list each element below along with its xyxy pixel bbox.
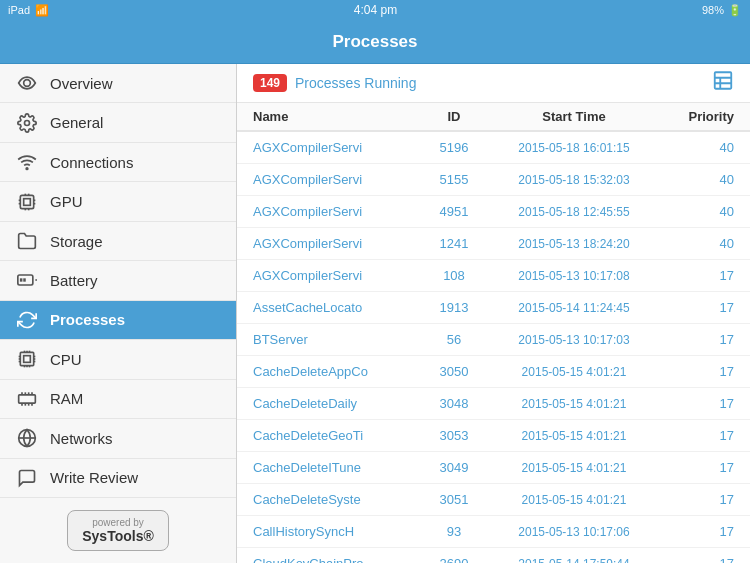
table-row[interactable]: CacheDeleteGeoTi 3053 2015-05-15 4:01:21… (237, 420, 750, 452)
battery-icon (16, 269, 38, 291)
sidebar-item-overview[interactable]: Overview (0, 64, 236, 103)
sidebar-label-gpu: GPU (50, 193, 83, 210)
table-row[interactable]: CacheDeleteSyste 3051 2015-05-15 4:01:21… (237, 484, 750, 516)
process-priority: 40 (654, 204, 734, 219)
process-id: 1913 (414, 300, 494, 315)
svg-rect-18 (24, 356, 31, 363)
app-header: Processes (0, 20, 750, 64)
sidebar-item-general[interactable]: General (0, 103, 236, 142)
process-priority: 17 (654, 524, 734, 539)
process-priority: 17 (654, 460, 734, 475)
process-name: CacheDeleteGeoTi (253, 428, 414, 443)
process-priority: 40 (654, 236, 734, 251)
cpu-icon (16, 348, 38, 370)
list-view-button[interactable] (712, 70, 734, 97)
sidebar-label-overview: Overview (50, 75, 113, 92)
table-row[interactable]: AGXCompilerServi 108 2015-05-13 10:17:08… (237, 260, 750, 292)
chip-icon (16, 191, 38, 213)
ipad-label: iPad (8, 4, 30, 16)
process-start-time: 2015-05-14 17:59:44 (494, 557, 654, 564)
eye-icon (16, 72, 38, 94)
sidebar-footer: powered by SysTools® (0, 498, 236, 563)
sidebar-label-cpu: CPU (50, 351, 82, 368)
table-row[interactable]: AssetCacheLocato 1913 2015-05-14 11:24:4… (237, 292, 750, 324)
sidebar-label-connections: Connections (50, 154, 133, 171)
wifi-icon: 📶 (35, 4, 49, 17)
process-name: CallHistorySyncH (253, 524, 414, 539)
table-row[interactable]: CacheDeleteAppCo 3050 2015-05-15 4:01:21… (237, 356, 750, 388)
process-name: CacheDeleteSyste (253, 492, 414, 507)
svg-rect-4 (24, 198, 31, 205)
status-left: iPad 📶 (8, 4, 49, 17)
process-priority: 17 (654, 492, 734, 507)
processes-count-badge: 149 (253, 74, 287, 92)
globe-icon (16, 427, 38, 449)
sidebar-item-write-review[interactable]: Write Review (0, 459, 236, 498)
process-start-time: 2015-05-15 4:01:21 (494, 397, 654, 411)
table-row[interactable]: AGXCompilerServi 5155 2015-05-18 15:32:0… (237, 164, 750, 196)
process-name: BTServer (253, 332, 414, 347)
process-start-time: 2015-05-15 4:01:21 (494, 365, 654, 379)
table-row[interactable]: CacheDeleteITune 3049 2015-05-15 4:01:21… (237, 452, 750, 484)
process-priority: 17 (654, 364, 734, 379)
process-name: AssetCacheLocato (253, 300, 414, 315)
sidebar-label-processes: Processes (50, 311, 125, 328)
sidebar-item-gpu[interactable]: GPU (0, 182, 236, 221)
sidebar-item-ram[interactable]: RAM (0, 380, 236, 419)
processes-bar: 149 Processes Running (237, 64, 750, 103)
process-id: 93 (414, 524, 494, 539)
content-area: 149 Processes Running Name ID Start Time… (237, 64, 750, 563)
process-id: 3049 (414, 460, 494, 475)
sidebar-item-battery[interactable]: Battery (0, 261, 236, 300)
powered-by-box: powered by SysTools® (67, 510, 169, 551)
process-name: CacheDeleteAppCo (253, 364, 414, 379)
process-id: 3053 (414, 428, 494, 443)
table-row[interactable]: CallHistorySyncH 93 2015-05-13 10:17:06 … (237, 516, 750, 548)
sidebar-label-general: General (50, 114, 103, 131)
process-priority: 17 (654, 332, 734, 347)
process-start-time: 2015-05-15 4:01:21 (494, 493, 654, 507)
svg-point-0 (24, 80, 31, 87)
sidebar-label-ram: RAM (50, 390, 83, 407)
table-row[interactable]: AGXCompilerServi 1241 2015-05-13 18:24:2… (237, 228, 750, 260)
table-row[interactable]: AGXCompilerServi 5196 2015-05-18 16:01:1… (237, 132, 750, 164)
process-id: 3048 (414, 396, 494, 411)
process-name: AGXCompilerServi (253, 172, 414, 187)
powered-by-text: powered by (82, 517, 154, 528)
status-bar: iPad 📶 4:04 pm 98% 🔋 (0, 0, 750, 20)
sidebar-item-processes[interactable]: Processes (0, 301, 236, 340)
process-start-time: 2015-05-13 10:17:06 (494, 525, 654, 539)
processes-running-label: Processes Running (295, 75, 416, 91)
sidebar-item-connections[interactable]: Connections (0, 143, 236, 182)
process-priority: 17 (654, 268, 734, 283)
process-id: 56 (414, 332, 494, 347)
table-row[interactable]: BTServer 56 2015-05-13 10:17:03 17 (237, 324, 750, 356)
process-id: 4951 (414, 204, 494, 219)
process-name: CloudKeyChainPro (253, 556, 414, 563)
process-start-time: 2015-05-14 11:24:45 (494, 301, 654, 315)
sidebar-label-write-review: Write Review (50, 469, 138, 486)
table-row[interactable]: AGXCompilerServi 4951 2015-05-18 12:45:5… (237, 196, 750, 228)
status-time: 4:04 pm (354, 3, 397, 17)
table-row[interactable]: CacheDeleteDaily 3048 2015-05-15 4:01:21… (237, 388, 750, 420)
process-priority: 17 (654, 396, 734, 411)
ram-icon (16, 388, 38, 410)
folder-icon (16, 230, 38, 252)
svg-rect-17 (20, 353, 33, 366)
systools-brand: SysTools® (82, 528, 154, 544)
process-id: 1241 (414, 236, 494, 251)
process-priority: 17 (654, 300, 734, 315)
main-layout: Overview General Connectio (0, 64, 750, 563)
th-priority: Priority (654, 109, 734, 124)
sidebar-label-battery: Battery (50, 272, 98, 289)
processes-icon (16, 309, 38, 331)
sidebar-item-cpu[interactable]: CPU (0, 340, 236, 379)
sidebar-item-storage[interactable]: Storage (0, 222, 236, 261)
process-name: AGXCompilerServi (253, 204, 414, 219)
process-name: CacheDeleteDaily (253, 396, 414, 411)
process-id: 3051 (414, 492, 494, 507)
process-id: 5196 (414, 140, 494, 155)
table-row[interactable]: CloudKeyChainPro 2690 2015-05-14 17:59:4… (237, 548, 750, 563)
sidebar-item-networks[interactable]: Networks (0, 419, 236, 458)
th-name: Name (253, 109, 414, 124)
